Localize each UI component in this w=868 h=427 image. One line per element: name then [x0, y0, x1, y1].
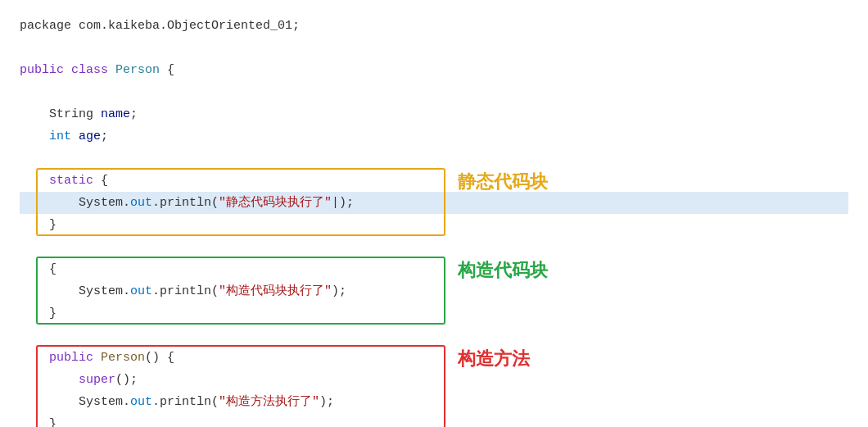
- code-line: [20, 81, 848, 103]
- code-line: int age;: [20, 125, 848, 148]
- code-container: package com.kaikeba.ObjectOriented_01; p…: [20, 15, 848, 427]
- construct-method-box: [36, 345, 445, 427]
- static-block-label: 静态代码块: [458, 166, 548, 197]
- code-line: public class Person {: [20, 59, 848, 81]
- code-line: String name;: [20, 103, 848, 125]
- construct-block-label: 构造代码块: [458, 255, 548, 285]
- code-line: [20, 148, 848, 170]
- code-line: [20, 325, 848, 347]
- static-block-box: [36, 168, 445, 236]
- construct-block-box: [36, 257, 445, 325]
- code-line: package com.kaikeba.ObjectOriented_01;: [20, 15, 848, 37]
- code-line: [20, 37, 848, 59]
- code-line: [20, 236, 848, 258]
- construct-method-label: 构造方法: [458, 343, 530, 374]
